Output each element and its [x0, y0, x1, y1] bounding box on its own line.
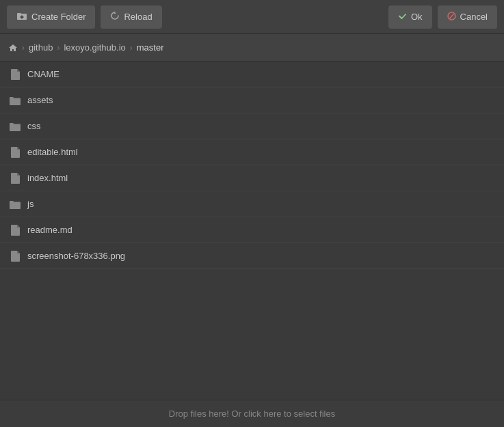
file-name: screenshot-678x336.png [27, 251, 125, 261]
list-item[interactable]: js [0, 191, 504, 217]
toolbar: Create Folder Reload Ok [0, 0, 504, 34]
folder-icon [10, 121, 21, 132]
cancel-label: Cancel [460, 12, 488, 22]
breadcrumb-sep-3: › [130, 43, 133, 53]
breadcrumb-home[interactable] [8, 43, 18, 53]
drop-zone[interactable]: Drop files here! Or click here to select… [0, 400, 504, 427]
file-icon [10, 69, 21, 80]
file-name: editable.html [27, 147, 78, 157]
list-item[interactable]: css [0, 113, 504, 139]
breadcrumb-lexoyo[interactable]: lexoyo.github.io [64, 42, 125, 53]
folder-icon [10, 95, 21, 106]
file-name: CNAME [27, 69, 59, 79]
reload-label: Reload [124, 12, 152, 22]
create-folder-button[interactable]: Create Folder [7, 5, 95, 29]
file-icon [10, 225, 21, 236]
file-name: readme.md [27, 225, 72, 235]
folder-icon [10, 199, 21, 210]
list-item[interactable]: index.html [0, 165, 504, 191]
cancel-button[interactable]: Cancel [438, 5, 497, 29]
file-icon [10, 147, 21, 158]
drop-zone-text: Drop files here! Or click here to select… [169, 409, 335, 419]
file-icon [10, 251, 21, 262]
breadcrumb-master: master [137, 42, 164, 53]
file-name: index.html [27, 173, 68, 183]
file-name: css [27, 121, 41, 131]
ok-label: Ok [411, 12, 423, 22]
breadcrumb-sep-1: › [22, 43, 25, 53]
cancel-icon [447, 12, 456, 23]
folder-plus-icon [16, 10, 27, 23]
list-item[interactable]: assets [0, 87, 504, 113]
file-name: assets [27, 95, 53, 105]
reload-button[interactable]: Reload [101, 5, 161, 29]
toolbar-right: Ok Cancel [388, 5, 497, 29]
breadcrumb-github[interactable]: github [29, 42, 53, 53]
file-list-container: CNAME assets css editable.html index.htm… [0, 61, 504, 400]
create-folder-label: Create Folder [31, 12, 85, 22]
toolbar-left: Create Folder Reload [7, 5, 162, 29]
file-name: js [27, 199, 34, 209]
breadcrumb-sep-2: › [57, 43, 59, 53]
list-item[interactable]: readme.md [0, 217, 504, 243]
file-list-scroll[interactable]: CNAME assets css editable.html index.htm… [0, 61, 504, 400]
list-item[interactable]: editable.html [0, 139, 504, 165]
file-icon [10, 173, 21, 184]
list-item[interactable]: CNAME [0, 61, 504, 87]
breadcrumb: › github › lexoyo.github.io › master [0, 34, 504, 61]
reload-icon [110, 11, 120, 23]
check-icon [398, 12, 407, 23]
ok-button[interactable]: Ok [388, 5, 432, 29]
list-item[interactable]: screenshot-678x336.png [0, 243, 504, 269]
